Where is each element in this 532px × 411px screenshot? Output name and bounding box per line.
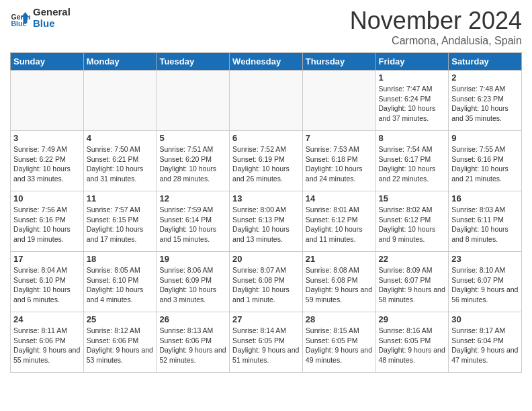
day-number: 14 <box>306 193 373 203</box>
calendar-cell: 29Sunrise: 8:16 AM Sunset: 6:05 PM Dayli… <box>375 312 449 373</box>
day-number: 30 <box>451 314 519 324</box>
day-number: 16 <box>451 193 519 203</box>
header: General Blue General Blue November 2024 … <box>10 7 522 47</box>
calendar-cell: 12Sunrise: 7:59 AM Sunset: 6:14 PM Dayli… <box>157 191 230 252</box>
day-number: 15 <box>379 193 446 203</box>
day-info: Sunrise: 8:09 AM Sunset: 6:07 PM Dayligh… <box>379 265 446 305</box>
calendar-cell: 15Sunrise: 8:02 AM Sunset: 6:12 PM Dayli… <box>375 191 449 252</box>
weekday-header-sunday: Sunday <box>11 53 84 71</box>
calendar-cell: 6Sunrise: 7:52 AM Sunset: 6:19 PM Daylig… <box>230 131 303 191</box>
weekday-header-row: SundayMondayTuesdayWednesdayThursdayFrid… <box>11 53 522 71</box>
day-number: 20 <box>232 254 300 264</box>
calendar-cell: 26Sunrise: 8:13 AM Sunset: 6:06 PM Dayli… <box>157 312 230 373</box>
day-info: Sunrise: 8:00 AM Sunset: 6:13 PM Dayligh… <box>232 205 300 244</box>
page-container: General Blue General Blue November 2024 … <box>0 0 532 379</box>
weekday-header-monday: Monday <box>83 53 157 71</box>
day-number: 27 <box>232 314 300 324</box>
day-number: 8 <box>379 133 446 143</box>
calendar-cell: 3Sunrise: 7:49 AM Sunset: 6:22 PM Daylig… <box>11 131 84 191</box>
day-number: 18 <box>87 254 154 264</box>
day-info: Sunrise: 8:06 AM Sunset: 6:09 PM Dayligh… <box>159 265 226 305</box>
month-title: November 2024 <box>350 7 522 35</box>
calendar-cell: 1Sunrise: 7:47 AM Sunset: 6:24 PM Daylig… <box>375 71 449 131</box>
week-row-0: 1Sunrise: 7:47 AM Sunset: 6:24 PM Daylig… <box>11 71 522 131</box>
day-number: 19 <box>159 254 226 264</box>
day-info: Sunrise: 7:56 AM Sunset: 6:16 PM Dayligh… <box>13 205 81 244</box>
calendar-cell: 8Sunrise: 7:54 AM Sunset: 6:17 PM Daylig… <box>375 131 449 191</box>
calendar-cell: 10Sunrise: 7:56 AM Sunset: 6:16 PM Dayli… <box>11 191 84 252</box>
calendar-cell: 7Sunrise: 7:53 AM Sunset: 6:18 PM Daylig… <box>302 131 375 191</box>
day-info: Sunrise: 8:01 AM Sunset: 6:12 PM Dayligh… <box>306 205 373 244</box>
calendar-cell: 9Sunrise: 7:55 AM Sunset: 6:16 PM Daylig… <box>449 131 522 191</box>
calendar-cell: 28Sunrise: 8:15 AM Sunset: 6:05 PM Dayli… <box>302 312 375 373</box>
day-info: Sunrise: 8:15 AM Sunset: 6:05 PM Dayligh… <box>306 326 373 365</box>
day-info: Sunrise: 8:03 AM Sunset: 6:11 PM Dayligh… <box>451 205 519 244</box>
weekday-header-wednesday: Wednesday <box>230 53 303 71</box>
day-number: 10 <box>13 193 81 203</box>
location: Carmona, Andalusia, Spain <box>350 35 522 47</box>
day-info: Sunrise: 8:10 AM Sunset: 6:07 PM Dayligh… <box>451 265 519 305</box>
weekday-header-tuesday: Tuesday <box>157 53 230 71</box>
day-number: 29 <box>379 314 446 324</box>
day-info: Sunrise: 7:49 AM Sunset: 6:22 PM Dayligh… <box>13 144 81 184</box>
day-number: 25 <box>87 314 154 324</box>
calendar-table: SundayMondayTuesdayWednesdayThursdayFrid… <box>10 52 522 373</box>
day-info: Sunrise: 8:16 AM Sunset: 6:05 PM Dayligh… <box>379 326 446 365</box>
day-info: Sunrise: 8:17 AM Sunset: 6:04 PM Dayligh… <box>451 326 519 365</box>
calendar-cell: 22Sunrise: 8:09 AM Sunset: 6:07 PM Dayli… <box>375 252 449 312</box>
day-number: 6 <box>232 133 300 143</box>
day-info: Sunrise: 7:50 AM Sunset: 6:21 PM Dayligh… <box>87 144 154 184</box>
day-info: Sunrise: 8:07 AM Sunset: 6:08 PM Dayligh… <box>232 265 300 305</box>
day-number: 11 <box>87 193 154 203</box>
day-info: Sunrise: 7:53 AM Sunset: 6:18 PM Dayligh… <box>306 144 373 184</box>
calendar-cell: 16Sunrise: 8:03 AM Sunset: 6:11 PM Dayli… <box>449 191 522 252</box>
week-row-2: 10Sunrise: 7:56 AM Sunset: 6:16 PM Dayli… <box>11 191 522 252</box>
logo-icon: General Blue <box>10 8 30 28</box>
title-section: November 2024 Carmona, Andalusia, Spain <box>350 7 522 47</box>
calendar-cell <box>302 71 375 131</box>
day-info: Sunrise: 7:54 AM Sunset: 6:17 PM Dayligh… <box>379 144 446 184</box>
day-number: 17 <box>13 254 81 264</box>
calendar-cell: 4Sunrise: 7:50 AM Sunset: 6:21 PM Daylig… <box>83 131 157 191</box>
day-info: Sunrise: 8:08 AM Sunset: 6:08 PM Dayligh… <box>306 265 373 305</box>
calendar-cell: 30Sunrise: 8:17 AM Sunset: 6:04 PM Dayli… <box>449 312 522 373</box>
day-number: 2 <box>451 73 519 83</box>
day-info: Sunrise: 7:52 AM Sunset: 6:19 PM Dayligh… <box>232 144 300 184</box>
day-info: Sunrise: 8:12 AM Sunset: 6:06 PM Dayligh… <box>87 326 154 365</box>
day-number: 4 <box>87 133 154 143</box>
day-number: 3 <box>13 133 81 143</box>
day-number: 7 <box>306 133 373 143</box>
day-number: 13 <box>232 193 300 203</box>
calendar-cell: 5Sunrise: 7:51 AM Sunset: 6:20 PM Daylig… <box>157 131 230 191</box>
day-number: 22 <box>379 254 446 264</box>
weekday-header-saturday: Saturday <box>449 53 522 71</box>
calendar-cell: 19Sunrise: 8:06 AM Sunset: 6:09 PM Dayli… <box>157 252 230 312</box>
calendar-cell: 18Sunrise: 8:05 AM Sunset: 6:10 PM Dayli… <box>83 252 157 312</box>
week-row-4: 24Sunrise: 8:11 AM Sunset: 6:06 PM Dayli… <box>11 312 522 373</box>
day-number: 1 <box>379 73 446 83</box>
calendar-cell <box>230 71 303 131</box>
day-info: Sunrise: 8:02 AM Sunset: 6:12 PM Dayligh… <box>379 205 446 244</box>
week-row-3: 17Sunrise: 8:04 AM Sunset: 6:10 PM Dayli… <box>11 252 522 312</box>
day-number: 24 <box>13 314 81 324</box>
calendar-cell: 17Sunrise: 8:04 AM Sunset: 6:10 PM Dayli… <box>11 252 84 312</box>
day-info: Sunrise: 7:59 AM Sunset: 6:14 PM Dayligh… <box>159 205 226 244</box>
weekday-header-thursday: Thursday <box>302 53 375 71</box>
calendar-cell: 21Sunrise: 8:08 AM Sunset: 6:08 PM Dayli… <box>302 252 375 312</box>
week-row-1: 3Sunrise: 7:49 AM Sunset: 6:22 PM Daylig… <box>11 131 522 191</box>
day-number: 5 <box>159 133 226 143</box>
day-number: 21 <box>306 254 373 264</box>
day-info: Sunrise: 8:05 AM Sunset: 6:10 PM Dayligh… <box>87 265 154 305</box>
day-info: Sunrise: 8:13 AM Sunset: 6:06 PM Dayligh… <box>159 326 226 365</box>
calendar-cell: 14Sunrise: 8:01 AM Sunset: 6:12 PM Dayli… <box>302 191 375 252</box>
calendar-cell <box>157 71 230 131</box>
day-info: Sunrise: 8:11 AM Sunset: 6:06 PM Dayligh… <box>13 326 81 365</box>
weekday-header-friday: Friday <box>375 53 449 71</box>
day-info: Sunrise: 7:51 AM Sunset: 6:20 PM Dayligh… <box>159 144 226 184</box>
day-number: 9 <box>451 133 519 143</box>
day-number: 12 <box>159 193 226 203</box>
calendar-cell: 23Sunrise: 8:10 AM Sunset: 6:07 PM Dayli… <box>449 252 522 312</box>
calendar-cell: 20Sunrise: 8:07 AM Sunset: 6:08 PM Dayli… <box>230 252 303 312</box>
day-number: 26 <box>159 314 226 324</box>
day-info: Sunrise: 7:57 AM Sunset: 6:15 PM Dayligh… <box>87 205 154 244</box>
